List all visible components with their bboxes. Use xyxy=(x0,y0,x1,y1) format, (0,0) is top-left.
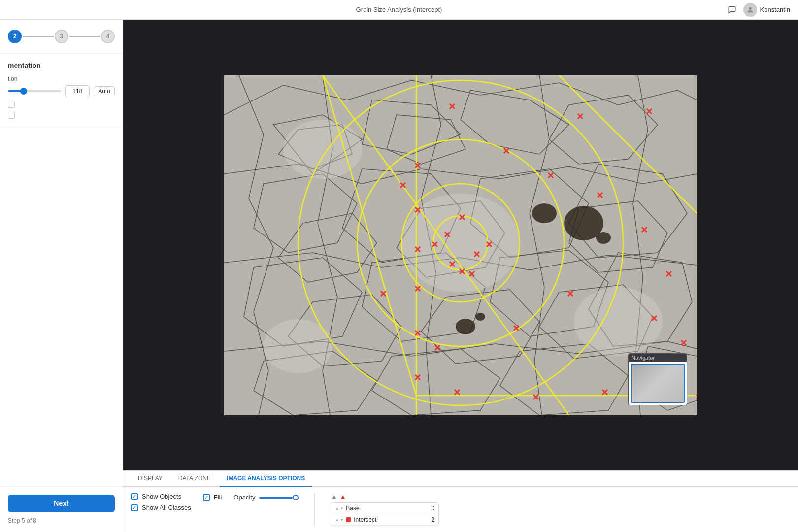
opacity-thumb[interactable] xyxy=(293,495,299,500)
checkbox-2[interactable] xyxy=(8,112,15,119)
opacity-fill xyxy=(259,497,293,499)
data-table: ▲ ▼ Base 0 ▲ ▼ xyxy=(331,502,439,526)
main-container: 2 3 4 mentation tion 118 Auto xyxy=(0,20,798,532)
username: Konstantin xyxy=(760,6,790,13)
svg-point-4 xyxy=(596,232,611,244)
threshold-slider-track[interactable] xyxy=(8,90,61,92)
topbar-right: Konstantin xyxy=(727,3,790,17)
fill-checkbox[interactable] xyxy=(203,494,210,501)
step-4: 4 xyxy=(101,30,115,43)
fill-label: Fill xyxy=(214,494,222,501)
intersect-color-dot xyxy=(346,517,351,522)
tab-data-zone[interactable]: DATA ZONE xyxy=(171,471,218,487)
step-3: 3 xyxy=(55,30,68,43)
slider-thumb[interactable] xyxy=(20,88,27,95)
steps-progress: 2 3 4 xyxy=(0,20,123,54)
show-objects-label: Show Objects xyxy=(142,493,181,500)
image-viewport[interactable]: Navigator xyxy=(123,20,798,470)
user-menu[interactable]: Konstantin xyxy=(743,3,790,17)
segmentation-section: mentation tion 118 Auto xyxy=(0,54,123,127)
content-area: Navigator DISPLAY DATA ZONE IMAGE ANALYS… xyxy=(123,20,798,532)
avatar xyxy=(743,3,757,17)
threshold-row: 118 Auto xyxy=(8,85,115,97)
opacity-slider[interactable] xyxy=(259,497,299,499)
show-all-classes-label: Show All Classes xyxy=(142,504,191,511)
grain-overlay xyxy=(224,75,697,415)
svg-point-6 xyxy=(475,313,485,321)
show-objects-row: Show Objects xyxy=(131,493,191,500)
bottom-panel: DISPLAY DATA ZONE IMAGE ANALYSIS OPTIONS… xyxy=(123,470,798,532)
next-button[interactable]: Next xyxy=(8,495,115,512)
divider xyxy=(314,493,315,526)
base-row-name: Base xyxy=(346,505,415,512)
checkbox-row-2 xyxy=(8,112,115,119)
section-title: mentation xyxy=(8,62,115,69)
show-all-classes-row: Show All Classes xyxy=(131,504,191,511)
opacity-row: Opacity xyxy=(233,494,299,501)
step-line-1 xyxy=(23,36,54,37)
opacity-label: Opacity xyxy=(233,494,255,501)
navigator-thumbnail xyxy=(631,364,685,403)
show-all-classes-checkbox[interactable] xyxy=(131,504,138,511)
chat-icon[interactable] xyxy=(727,4,737,15)
checkbox-row-1 xyxy=(8,101,115,108)
data-row-intersect: ▲ ▼ Intersect 2 xyxy=(331,514,438,526)
tab-content: Show Objects Show All Classes Fill Opaci… xyxy=(123,487,798,532)
topbar: Grain Size Analysis (Intercept) Konstant… xyxy=(0,0,798,20)
data-table-section: ▲ ▲ ▲ ▼ Base 0 xyxy=(331,493,439,526)
svg-point-3 xyxy=(532,203,557,223)
sidebar: 2 3 4 mentation tion 118 Auto xyxy=(0,20,123,532)
tabs-row: DISPLAY DATA ZONE IMAGE ANALYSIS OPTIONS xyxy=(123,471,798,487)
options-column: Show Objects Show All Classes xyxy=(131,493,191,511)
fill-row: Fill xyxy=(203,494,222,501)
svg-point-0 xyxy=(749,7,751,9)
app-title: Grain Size Analysis (Intercept) xyxy=(356,6,442,13)
threshold-value[interactable]: 118 xyxy=(65,85,90,97)
intersect-row-name: Intersect xyxy=(354,516,415,523)
data-row-base: ▲ ▼ Base 0 xyxy=(331,503,438,514)
step-line-2 xyxy=(69,36,100,37)
sidebar-bottom: Next Step 5 of 8 xyxy=(0,486,123,532)
navigator-title: Navigator xyxy=(629,354,687,362)
step-2: 2 xyxy=(8,30,22,43)
tab-display[interactable]: DISPLAY xyxy=(131,471,169,487)
checkbox-1[interactable] xyxy=(8,101,15,108)
show-objects-checkbox[interactable] xyxy=(131,493,138,500)
grain-image-container: Navigator xyxy=(224,75,697,415)
svg-point-9 xyxy=(574,287,663,356)
base-row-value: 0 xyxy=(415,505,434,512)
auto-button[interactable]: Auto xyxy=(94,86,115,96)
step-indicator: Step 5 of 8 xyxy=(8,517,115,524)
sidebar-spacer xyxy=(0,127,123,486)
navigator: Navigator xyxy=(628,353,687,405)
tab-image-analysis-options[interactable]: IMAGE ANALYSIS OPTIONS xyxy=(220,471,312,487)
threshold-label: tion xyxy=(8,75,115,82)
svg-point-5 xyxy=(456,319,475,334)
intersect-row-value: 2 xyxy=(415,516,434,523)
